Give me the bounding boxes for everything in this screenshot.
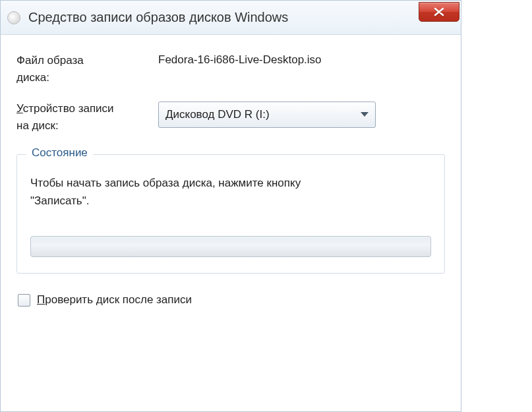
content-area: Файл образа диска: Fedora-16-i686-Live-D…: [1, 35, 461, 307]
disc-burner-window: Средство записи образов дисков Windows Ф…: [0, 0, 461, 412]
status-group-title: Состояние: [26, 146, 93, 160]
verify-label: Проверить диск после записи: [37, 293, 192, 307]
close-icon: [433, 7, 445, 16]
device-row: Устройство записи на диск: Дисковод DVD …: [16, 100, 445, 135]
status-text: Чтобы начать запись образа диска, нажмит…: [30, 175, 431, 210]
close-button[interactable]: [419, 2, 459, 22]
device-label: Устройство записи на диск:: [16, 100, 158, 135]
file-value: Fedora-16-i686-Live-Desktop.iso: [158, 52, 445, 67]
verify-row: Проверить диск после записи: [16, 293, 445, 307]
file-label: Файл образа диска:: [16, 52, 158, 87]
file-row: Файл образа диска: Fedora-16-i686-Live-D…: [16, 52, 445, 87]
status-groupbox: Состояние Чтобы начать запись образа дис…: [16, 154, 445, 274]
titlebar: Средство записи образов дисков Windows: [1, 1, 461, 35]
progress-bar: [30, 236, 431, 257]
app-icon: [7, 11, 20, 24]
device-dropdown[interactable]: Дисковод DVD R (I:): [158, 102, 376, 128]
chevron-down-icon: [361, 112, 369, 117]
window-title: Средство записи образов дисков Windows: [28, 10, 288, 25]
device-dropdown-value: Дисковод DVD R (I:): [165, 108, 361, 121]
verify-checkbox[interactable]: [18, 294, 30, 307]
